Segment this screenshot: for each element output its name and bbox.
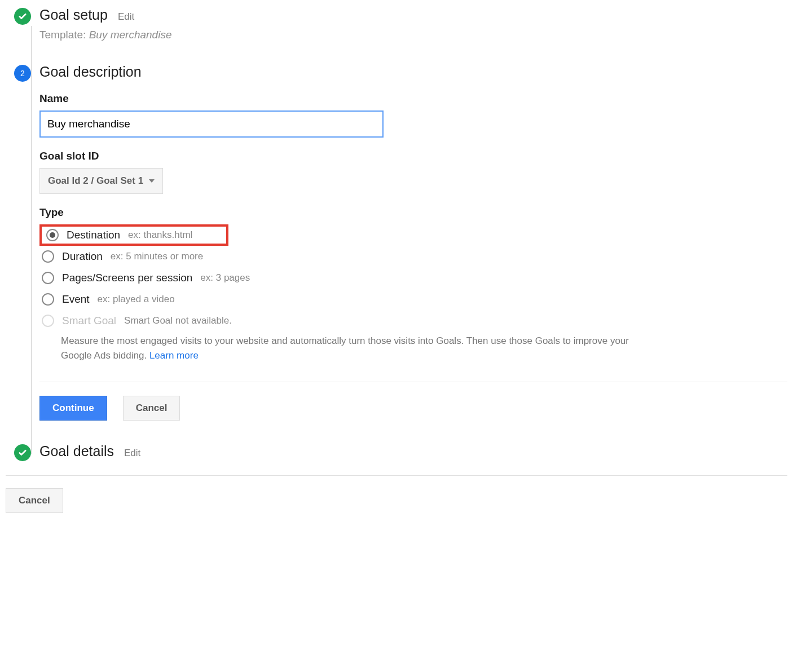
template-name: Buy merchandise: [89, 29, 172, 41]
type-destination-label: Destination: [67, 229, 120, 241]
radio-icon: [42, 272, 54, 284]
type-duration-label: Duration: [62, 250, 103, 263]
radio-icon: [42, 250, 54, 263]
step-setup-title: Goal setup: [39, 7, 108, 23]
step-setup-template: Template: Buy merchandise: [39, 29, 787, 41]
chevron-down-icon: [149, 179, 155, 183]
type-radio-group: Destination ex: thanks.html Duration ex:…: [39, 224, 787, 362]
step-setup-edit[interactable]: Edit: [118, 11, 134, 23]
goal-name-input[interactable]: [39, 110, 384, 138]
type-smart: Smart Goal Smart Goal not available.: [39, 310, 787, 331]
type-destination[interactable]: Destination ex: thanks.html: [39, 224, 228, 246]
step-goal-description: 2 Goal description Name Goal slot ID Goa…: [39, 64, 787, 443]
step-action-row: Continue Cancel: [39, 396, 787, 421]
goal-slot-dropdown[interactable]: Goal Id 2 / Goal Set 1: [39, 168, 163, 194]
goal-slot-value: Goal Id 2 / Goal Set 1: [48, 175, 143, 187]
type-event-hint: ex: played a video: [98, 294, 175, 305]
learn-more-link[interactable]: Learn more: [149, 350, 199, 361]
checkmark-icon: [14, 444, 31, 461]
radio-icon: [46, 229, 59, 241]
step-goal-setup: Goal setup Edit Template: Buy merchandis…: [39, 7, 787, 47]
step-number-icon: 2: [14, 65, 31, 82]
type-destination-hint: ex: thanks.html: [128, 229, 192, 241]
name-label: Name: [39, 92, 787, 105]
type-pages-hint: ex: 3 pages: [200, 272, 250, 284]
type-duration-hint: ex: 5 minutes or more: [111, 251, 203, 262]
type-smart-hint: Smart Goal not available.: [124, 315, 232, 326]
section-divider: [39, 382, 787, 382]
goal-wizard: Goal setup Edit Template: Buy merchandis…: [6, 7, 787, 465]
type-event[interactable]: Event ex: played a video: [39, 289, 787, 310]
step-cancel-button[interactable]: Cancel: [123, 396, 180, 421]
step-details-title: Goal details: [39, 443, 114, 459]
smart-goal-description-text: Measure the most engaged visits to your …: [61, 335, 629, 361]
type-pages-label: Pages/Screens per session: [62, 272, 192, 284]
type-label: Type: [39, 206, 787, 219]
slot-label: Goal slot ID: [39, 150, 787, 162]
radio-icon: [42, 293, 54, 306]
template-prefix: Template:: [39, 29, 89, 41]
smart-goal-description: Measure the most engaged visits to your …: [39, 334, 632, 362]
step-connector: [31, 26, 32, 454]
type-pages[interactable]: Pages/Screens per session ex: 3 pages: [39, 267, 787, 289]
continue-button[interactable]: Continue: [39, 396, 107, 421]
radio-icon: [42, 315, 54, 327]
type-event-label: Event: [62, 293, 90, 306]
step-details-edit[interactable]: Edit: [124, 448, 140, 459]
name-section: Name: [39, 92, 787, 138]
type-smart-label: Smart Goal: [62, 315, 116, 327]
type-duration[interactable]: Duration ex: 5 minutes or more: [39, 246, 787, 267]
slot-section: Goal slot ID Goal Id 2 / Goal Set 1: [39, 150, 787, 194]
footer-cancel-button[interactable]: Cancel: [6, 488, 63, 513]
footer-divider: [6, 475, 787, 476]
step-goal-details: Goal details Edit: [39, 443, 787, 465]
step-description-title: Goal description: [39, 64, 142, 80]
checkmark-icon: [14, 8, 31, 25]
type-section: Type Destination ex: thanks.html Duratio…: [39, 206, 787, 362]
